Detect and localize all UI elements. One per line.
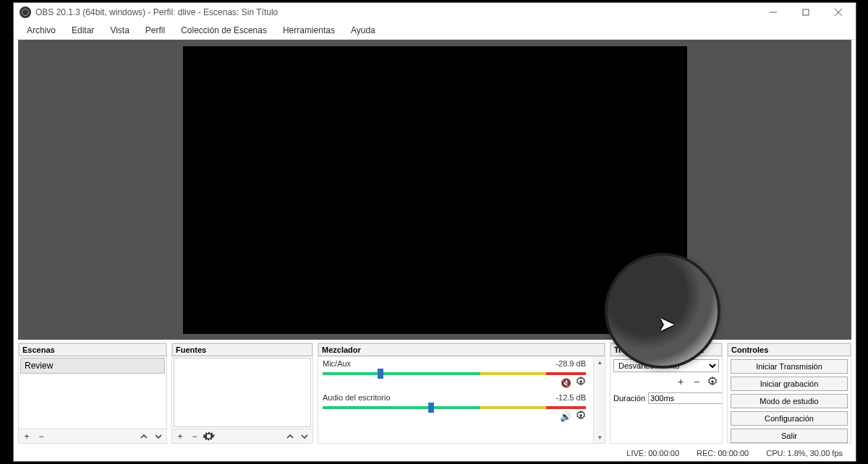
sources-list[interactable]	[172, 356, 312, 429]
app-window: OBS 20.1.3 (64bit, windows) - Perfil: dl…	[13, 2, 856, 462]
mixer-header: Mezclador	[318, 343, 605, 356]
add-source-button[interactable]: +	[174, 430, 187, 443]
start-record-button[interactable]: Iniciar grabación	[731, 377, 848, 391]
svg-point-6	[711, 380, 714, 383]
mixer-channel-name: Mic/Aux	[323, 359, 351, 368]
mixer-scrollbar[interactable]: ▴ ▾	[593, 356, 605, 443]
sources-panel: Fuentes + −	[171, 343, 313, 444]
scroll-up-icon[interactable]: ▴	[594, 356, 605, 368]
window-title: OBS 20.1.3 (64bit, windows) - Perfil: dl…	[35, 7, 757, 17]
titlebar[interactable]: OBS 20.1.3 (64bit, windows) - Perfil: dl…	[14, 3, 856, 22]
scroll-down-icon[interactable]: ▾	[594, 431, 605, 443]
svg-rect-1	[803, 9, 809, 15]
controls-header: Controles	[728, 343, 851, 356]
status-cpu: CPU: 1.8%, 30.00 fps	[766, 449, 843, 457]
transition-select[interactable]: Desvanecimiento	[613, 359, 719, 372]
mixer-channel-name: Audio del escritorio	[323, 393, 391, 402]
menu-editar[interactable]: Editar	[64, 24, 101, 37]
source-settings-button[interactable]	[203, 430, 216, 443]
scene-up-button[interactable]	[137, 430, 150, 443]
volume-slider-mic[interactable]	[323, 372, 586, 375]
menu-archivo[interactable]: Archivo	[20, 24, 63, 37]
scenes-panel: Escenas Review + −	[18, 343, 167, 444]
remove-transition-button[interactable]: −	[690, 375, 703, 388]
source-up-button[interactable]	[284, 430, 297, 443]
status-live: LIVE: 00:00:00	[626, 449, 679, 457]
start-stream-button[interactable]: Iniciar Transmisión	[731, 359, 848, 374]
controls-body: Iniciar Transmisión Iniciar grabación Mo…	[728, 356, 851, 443]
svg-point-5	[579, 414, 582, 417]
transitions-header: Transiciones de escena	[610, 343, 722, 356]
duration-label: Duración	[613, 394, 645, 403]
volume-handle[interactable]	[428, 403, 434, 413]
add-scene-button[interactable]: +	[20, 430, 33, 443]
scenes-list[interactable]: Review	[19, 356, 166, 429]
transitions-panel: Transiciones de escena Desvanecimiento +…	[610, 343, 723, 444]
channel-settings-button[interactable]	[576, 411, 586, 423]
remove-source-button[interactable]: −	[188, 430, 201, 443]
status-rec: REC: 00:00:00	[697, 449, 749, 457]
mixer-channel-row: Mic/Aux -28.9 dB	[323, 359, 586, 368]
menu-perfil[interactable]: Perfil	[138, 24, 172, 37]
volume-handle[interactable]	[378, 369, 383, 379]
transitions-body: Desvanecimiento + − Duración ▲ ▼	[610, 356, 722, 443]
mixer-panel: Mezclador Mic/Aux -28.9 dB 🔇 Audio del e…	[318, 343, 605, 444]
scenes-header: Escenas	[19, 343, 166, 356]
sources-header: Fuentes	[172, 343, 312, 356]
svg-point-4	[579, 380, 582, 383]
menu-herramientas[interactable]: Herramientas	[276, 24, 342, 37]
scene-item[interactable]: Review	[20, 358, 165, 374]
obs-logo-icon	[20, 7, 31, 18]
mixer-channel-level: -12.5 dB	[556, 393, 586, 402]
speaker-icon[interactable]: 🔊	[560, 411, 571, 422]
settings-button[interactable]: Configuración	[731, 411, 848, 426]
maximize-button[interactable]	[789, 3, 822, 22]
bottom-panels: Escenas Review + − Fuentes + −	[14, 343, 856, 444]
mixer-channel-row: Audio del escritorio -12.5 dB	[323, 393, 586, 402]
remove-scene-button[interactable]: −	[35, 430, 48, 443]
scene-down-button[interactable]	[152, 430, 165, 443]
sources-toolbar: + −	[172, 429, 312, 443]
exit-button[interactable]: Salir	[731, 429, 848, 443]
duration-input[interactable]	[648, 392, 722, 404]
source-down-button[interactable]	[298, 430, 311, 443]
channel-settings-button[interactable]	[576, 377, 586, 389]
volume-slider-desktop[interactable]	[323, 406, 586, 409]
preview-canvas[interactable]	[183, 46, 687, 334]
mute-icon[interactable]: 🔇	[561, 378, 571, 388]
mixer-channel-level: -28.9 dB	[556, 359, 586, 368]
minimize-button[interactable]	[757, 3, 789, 22]
studio-mode-button[interactable]: Modo de estudio	[731, 394, 848, 408]
scenes-toolbar: + −	[19, 429, 166, 443]
menu-coleccion[interactable]: Colección de Escenas	[174, 24, 274, 37]
menu-ayuda[interactable]: Ayuda	[344, 24, 383, 37]
preview-area[interactable]	[18, 40, 851, 340]
add-transition-button[interactable]: +	[674, 375, 687, 388]
menubar: Archivo Editar Vista Perfil Colección de…	[14, 22, 856, 40]
close-button[interactable]	[822, 3, 854, 22]
controls-panel: Controles Iniciar Transmisión Iniciar gr…	[727, 343, 851, 444]
transition-settings-button[interactable]	[706, 375, 719, 388]
menu-vista[interactable]: Vista	[103, 24, 136, 37]
statusbar: LIVE: 00:00:00 REC: 00:00:00 CPU: 1.8%, …	[18, 445, 851, 461]
mixer-body: Mic/Aux -28.9 dB 🔇 Audio del escritorio …	[318, 356, 605, 443]
window-controls	[757, 3, 854, 22]
